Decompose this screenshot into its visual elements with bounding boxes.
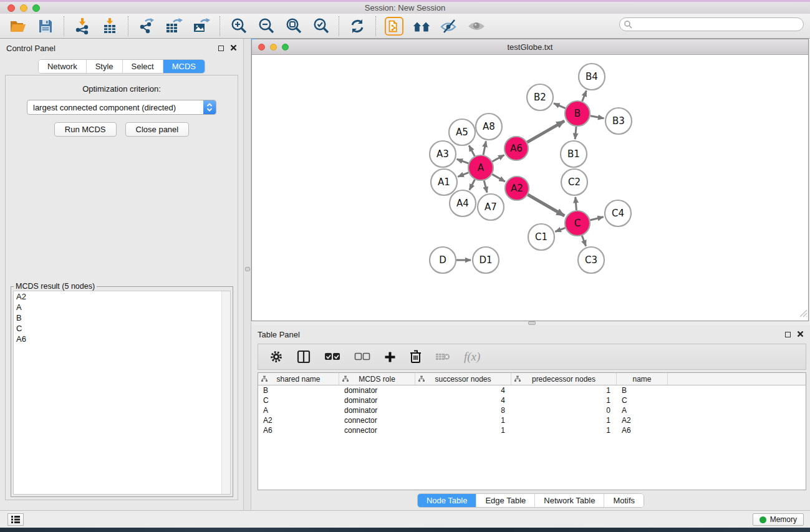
mcds-result-item[interactable]: B [14,312,230,323]
graph-node-B4[interactable]: B4 [579,64,605,90]
import-table-icon[interactable] [100,17,119,36]
table-cell[interactable]: A2 [258,415,339,425]
table-cell[interactable]: A2 [617,415,668,425]
mcds-result-list[interactable]: A2ABCA6 [13,291,231,495]
graph-edge-B-B1[interactable] [575,127,576,139]
mcds-result-item[interactable]: C [14,323,230,334]
window-resize-grip[interactable] [799,309,808,320]
tab-select[interactable]: Select [122,60,163,73]
table-cell[interactable]: 1 [511,395,617,405]
graph-node-A6[interactable]: A6 [504,137,528,160]
table-cell[interactable]: A6 [258,425,339,435]
graph-edge-C-C2[interactable] [576,197,577,210]
graph-node-A8[interactable]: A8 [476,114,502,140]
table-cell[interactable]: connector [339,425,415,435]
graph-node-C4[interactable]: C4 [605,200,631,226]
graph-node-D[interactable]: D [430,247,456,273]
float-table-panel-icon[interactable] [785,332,791,337]
graph-node-A[interactable]: A [468,155,493,180]
export-table-icon[interactable] [165,17,183,36]
graph-node-A3[interactable]: A3 [430,141,456,167]
mcds-result-item[interactable]: A [14,302,230,312]
graph-edge-A-A2[interactable] [492,174,505,181]
column-header-shared-name[interactable]: shared name [258,373,339,385]
tab-network[interactable]: Network [39,60,86,73]
table-cell[interactable]: 8 [415,405,511,415]
tab-style[interactable]: Style [86,60,122,73]
graph-edge-C-C3[interactable] [582,236,586,246]
table-row[interactable]: A6connector11A6 [258,425,806,435]
save-session-icon[interactable] [36,17,55,36]
table-row[interactable]: Cdominator41C [258,395,806,405]
delete-column-icon[interactable] [410,350,422,364]
search-input[interactable] [619,17,804,31]
graph-node-A5[interactable]: A5 [449,119,475,145]
node-table[interactable]: shared nameMCDS rolesuccessor nodesprede… [258,372,806,490]
graph-edge-A6-B[interactable] [527,121,564,142]
graph-node-B3[interactable]: B3 [605,108,632,134]
task-history-button[interactable] [7,513,24,526]
table-cell[interactable]: 1 [511,385,617,395]
first-neighbors-icon[interactable] [412,17,431,36]
graph-node-B2[interactable]: B2 [527,84,553,110]
column-header-successor-nodes[interactable]: successor nodes [415,373,511,385]
table-tab-node-table[interactable]: Node Table [418,494,476,507]
graph-node-C3[interactable]: C3 [578,247,604,273]
column-header-predecessor-nodes[interactable]: predecessor nodes [511,373,617,385]
vertical-split-handle[interactable] [245,267,250,271]
graph-edge-C-C1[interactable] [555,228,565,231]
network-window-titlebar[interactable]: testGlobe.txt [252,39,808,55]
select-all-checkboxes-icon[interactable] [324,352,340,361]
show-all-icon[interactable] [467,17,486,36]
import-network-icon[interactable] [73,17,92,36]
open-file-icon[interactable] [9,17,27,36]
table-cell[interactable]: dominator [339,395,415,405]
table-cell[interactable]: C [258,395,339,405]
table-cell[interactable]: 4 [415,385,511,395]
graph-node-A4[interactable]: A4 [450,190,476,216]
table-cell[interactable]: B [258,385,339,395]
table-cell[interactable]: A [258,405,339,415]
graph-node-C1[interactable]: C1 [528,224,554,250]
table-row[interactable]: A2connector11A2 [258,415,806,425]
mcds-result-item[interactable]: A6 [14,334,230,344]
export-network-icon[interactable] [137,17,156,36]
graph-edge-A-A5[interactable] [469,145,475,156]
table-tab-motifs[interactable]: Motifs [604,494,644,507]
refresh-network-icon[interactable] [348,17,367,36]
table-cell[interactable]: 1 [415,415,511,425]
table-options-gear-icon[interactable] [269,350,283,364]
vertical-split-divider[interactable] [243,39,251,510]
zoom-fit-icon[interactable] [284,17,302,36]
graph-edge-A-A1[interactable] [458,173,468,177]
add-column-icon[interactable] [384,351,396,363]
graph-edge-B-B2[interactable] [554,104,566,109]
graph-node-B1[interactable]: B1 [561,141,587,167]
table-cell[interactable]: connector [339,415,415,425]
deselect-all-checkboxes-icon[interactable] [354,352,370,361]
new-network-from-selection-icon[interactable] [385,17,403,36]
zoom-in-icon[interactable] [229,17,248,36]
memory-button[interactable]: Memory [753,513,804,526]
table-cell[interactable]: C [617,395,668,405]
graph-edge-A-A8[interactable] [483,142,486,155]
graph-node-D1[interactable]: D1 [473,247,499,273]
table-cell[interactable]: 4 [415,395,511,405]
graph-edge-A-A6[interactable] [492,155,504,162]
table-cell[interactable]: 1 [415,425,511,435]
network-canvas[interactable]: B4B2BB3A5A8A6B1A3AC2A1A2A4A7C4CC1C3DD1 [252,55,808,321]
export-image-icon[interactable] [192,17,211,36]
graph-node-B[interactable]: B [565,101,590,126]
tab-mcds[interactable]: MCDS [163,60,205,73]
table-cell[interactable]: 1 [511,425,617,435]
graph-edge-A2-C[interactable] [528,195,564,216]
close-table-panel-icon[interactable] [797,329,804,340]
hide-selected-icon[interactable] [440,17,458,36]
table-cell[interactable]: A [617,405,668,415]
graph-edge-B-B3[interactable] [591,116,604,118]
graph-edge-B-B4[interactable] [582,90,587,101]
close-panel-icon[interactable] [230,42,237,54]
split-table-icon[interactable] [297,350,311,364]
run-mcds-button[interactable]: Run MCDS [54,122,117,137]
table-row[interactable]: Bdominator41B [258,385,806,395]
